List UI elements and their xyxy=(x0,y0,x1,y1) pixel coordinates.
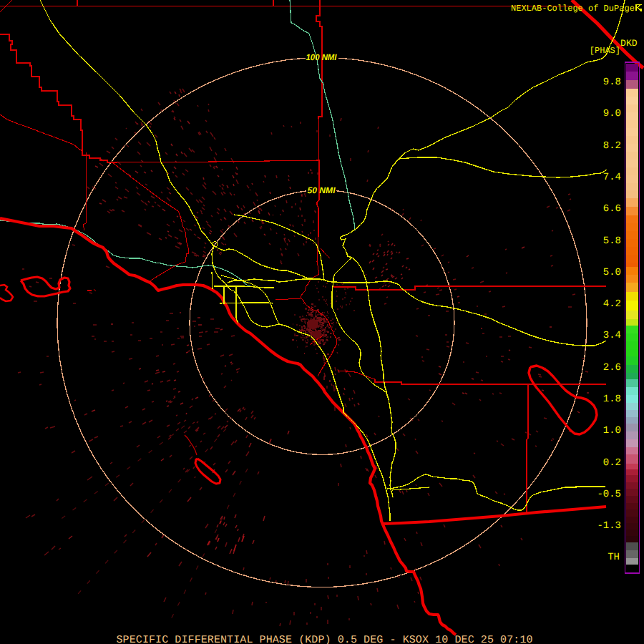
svg-text:-0.5: -0.5 xyxy=(597,489,621,500)
svg-text:9.0: 9.0 xyxy=(603,108,621,119)
svg-text:TH: TH xyxy=(608,552,620,563)
svg-text:5.8: 5.8 xyxy=(603,235,621,247)
svg-text:[PHAS]: [PHAS] xyxy=(590,46,620,56)
svg-text:DKD: DKD xyxy=(620,38,638,49)
svg-text:8.2: 8.2 xyxy=(603,140,621,152)
svg-text:50 NMI: 50 NMI xyxy=(308,185,336,195)
svg-text:1.0: 1.0 xyxy=(603,425,621,436)
svg-text:5.0: 5.0 xyxy=(603,267,621,278)
svg-text:6.6: 6.6 xyxy=(603,203,621,215)
svg-text:-1.3: -1.3 xyxy=(597,520,621,532)
svg-text:0.2: 0.2 xyxy=(603,457,621,469)
svg-text:9.8: 9.8 xyxy=(603,77,621,88)
svg-text:100 NMI: 100 NMI xyxy=(306,52,338,62)
svg-text:7.4: 7.4 xyxy=(603,172,621,183)
svg-text:4.2: 4.2 xyxy=(603,298,621,310)
svg-text:SPECIFIC DIFFERENTIAL PHASE (K: SPECIFIC DIFFERENTIAL PHASE (KDP) 0.5 DE… xyxy=(117,634,533,644)
svg-text:2.6: 2.6 xyxy=(603,362,621,374)
svg-text:1.8: 1.8 xyxy=(603,394,621,405)
svg-text:3.4: 3.4 xyxy=(603,330,621,341)
svg-text:NEXLAB-College of DuPage: NEXLAB-College of DuPage xyxy=(511,4,635,14)
